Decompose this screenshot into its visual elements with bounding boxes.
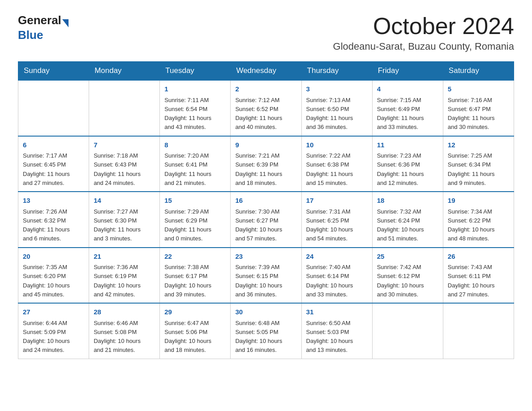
calendar-title: October 2024 <box>333 13 514 39</box>
day-info: Sunrise: 7:16 AMSunset: 6:47 PMDaylight:… <box>448 97 495 131</box>
calendar-cell: 5Sunrise: 7:16 AMSunset: 6:47 PMDaylight… <box>443 80 514 136</box>
calendar-cell: 27Sunrise: 6:44 AMSunset: 5:09 PMDayligh… <box>18 303 89 359</box>
day-number: 20 <box>23 252 84 262</box>
day-number: 9 <box>235 140 296 150</box>
calendar-cell: 2Sunrise: 7:12 AMSunset: 6:52 PMDaylight… <box>231 80 301 136</box>
logo: General Blue <box>18 13 69 42</box>
day-number: 24 <box>306 252 368 262</box>
day-info: Sunrise: 6:47 AMSunset: 5:06 PMDaylight:… <box>164 320 211 354</box>
day-info: Sunrise: 7:38 AMSunset: 6:17 PMDaylight:… <box>164 264 211 298</box>
calendar-cell <box>89 80 160 136</box>
day-info: Sunrise: 7:31 AMSunset: 6:25 PMDaylight:… <box>306 208 353 242</box>
calendar-cell: 20Sunrise: 7:35 AMSunset: 6:20 PMDayligh… <box>18 248 89 304</box>
logo-arrow-icon <box>62 19 69 27</box>
day-info: Sunrise: 7:11 AMSunset: 6:54 PMDaylight:… <box>164 97 211 131</box>
calendar-cell: 25Sunrise: 7:42 AMSunset: 6:12 PMDayligh… <box>372 248 443 304</box>
calendar-cell: 14Sunrise: 7:27 AMSunset: 6:30 PMDayligh… <box>89 192 160 248</box>
day-number: 28 <box>94 307 155 317</box>
calendar-cell: 1Sunrise: 7:11 AMSunset: 6:54 PMDaylight… <box>160 80 231 136</box>
day-number: 31 <box>306 307 368 317</box>
calendar-cell <box>372 303 443 359</box>
calendar-subtitle: Glodeanu-Sarat, Buzau County, Romania <box>333 41 514 52</box>
calendar-week-row: 1Sunrise: 7:11 AMSunset: 6:54 PMDaylight… <box>18 80 514 136</box>
calendar-cell: 18Sunrise: 7:32 AMSunset: 6:24 PMDayligh… <box>372 192 443 248</box>
calendar-cell: 10Sunrise: 7:22 AMSunset: 6:38 PMDayligh… <box>301 136 372 192</box>
day-number: 27 <box>23 307 84 317</box>
day-info: Sunrise: 7:40 AMSunset: 6:14 PMDaylight:… <box>306 264 353 298</box>
day-number: 7 <box>94 140 155 150</box>
day-info: Sunrise: 7:29 AMSunset: 6:29 PMDaylight:… <box>164 208 211 242</box>
calendar-table: SundayMondayTuesdayWednesdayThursdayFrid… <box>18 61 514 359</box>
day-header-tuesday: Tuesday <box>160 62 231 81</box>
logo-blue-text: Blue <box>18 28 69 42</box>
day-info: Sunrise: 7:39 AMSunset: 6:15 PMDaylight:… <box>235 264 282 298</box>
day-info: Sunrise: 6:50 AMSunset: 5:03 PMDaylight:… <box>306 320 353 354</box>
day-header-saturday: Saturday <box>443 62 514 81</box>
calendar-cell: 19Sunrise: 7:34 AMSunset: 6:22 PMDayligh… <box>443 192 514 248</box>
day-info: Sunrise: 7:25 AMSunset: 6:34 PMDaylight:… <box>448 152 495 186</box>
day-number: 25 <box>377 252 438 262</box>
day-info: Sunrise: 7:26 AMSunset: 6:32 PMDaylight:… <box>23 208 70 242</box>
calendar-cell: 31Sunrise: 6:50 AMSunset: 5:03 PMDayligh… <box>301 303 372 359</box>
day-number: 5 <box>448 84 509 94</box>
calendar-cell: 7Sunrise: 7:18 AMSunset: 6:43 PMDaylight… <box>89 136 160 192</box>
calendar-cell: 30Sunrise: 6:48 AMSunset: 5:05 PMDayligh… <box>231 303 301 359</box>
calendar-cell: 12Sunrise: 7:25 AMSunset: 6:34 PMDayligh… <box>443 136 514 192</box>
day-info: Sunrise: 6:44 AMSunset: 5:09 PMDaylight:… <box>23 320 70 354</box>
day-number: 26 <box>448 252 509 262</box>
day-info: Sunrise: 6:46 AMSunset: 5:08 PMDaylight:… <box>94 320 141 354</box>
calendar-cell: 22Sunrise: 7:38 AMSunset: 6:17 PMDayligh… <box>160 248 231 304</box>
calendar-cell <box>18 80 89 136</box>
calendar-cell: 9Sunrise: 7:21 AMSunset: 6:39 PMDaylight… <box>231 136 301 192</box>
calendar-cell: 15Sunrise: 7:29 AMSunset: 6:29 PMDayligh… <box>160 192 231 248</box>
day-info: Sunrise: 7:13 AMSunset: 6:50 PMDaylight:… <box>306 97 353 131</box>
day-header-sunday: Sunday <box>18 62 89 81</box>
calendar-cell: 29Sunrise: 6:47 AMSunset: 5:06 PMDayligh… <box>160 303 231 359</box>
day-number: 22 <box>164 252 226 262</box>
calendar-week-row: 13Sunrise: 7:26 AMSunset: 6:32 PMDayligh… <box>18 192 514 248</box>
day-info: Sunrise: 7:22 AMSunset: 6:38 PMDaylight:… <box>306 152 353 186</box>
day-number: 12 <box>448 140 509 150</box>
day-number: 21 <box>94 252 155 262</box>
day-number: 23 <box>235 252 296 262</box>
day-info: Sunrise: 7:35 AMSunset: 6:20 PMDaylight:… <box>23 264 70 298</box>
calendar-cell: 21Sunrise: 7:36 AMSunset: 6:19 PMDayligh… <box>89 248 160 304</box>
day-header-monday: Monday <box>89 62 160 81</box>
calendar-cell: 8Sunrise: 7:20 AMSunset: 6:41 PMDaylight… <box>160 136 231 192</box>
day-info: Sunrise: 7:21 AMSunset: 6:39 PMDaylight:… <box>235 152 282 186</box>
calendar-cell: 23Sunrise: 7:39 AMSunset: 6:15 PMDayligh… <box>231 248 301 304</box>
calendar-cell: 13Sunrise: 7:26 AMSunset: 6:32 PMDayligh… <box>18 192 89 248</box>
day-number: 13 <box>23 196 84 206</box>
day-info: Sunrise: 7:32 AMSunset: 6:24 PMDaylight:… <box>377 208 424 242</box>
day-number: 8 <box>164 140 226 150</box>
calendar-cell: 4Sunrise: 7:15 AMSunset: 6:49 PMDaylight… <box>372 80 443 136</box>
day-number: 15 <box>164 196 226 206</box>
calendar-cell: 17Sunrise: 7:31 AMSunset: 6:25 PMDayligh… <box>301 192 372 248</box>
logo-general-text: General <box>18 13 61 27</box>
calendar-header-row: SundayMondayTuesdayWednesdayThursdayFrid… <box>18 62 514 81</box>
calendar-cell: 6Sunrise: 7:17 AMSunset: 6:45 PMDaylight… <box>18 136 89 192</box>
day-number: 4 <box>377 84 438 94</box>
day-number: 6 <box>23 140 84 150</box>
calendar-cell <box>443 303 514 359</box>
calendar-cell: 11Sunrise: 7:23 AMSunset: 6:36 PMDayligh… <box>372 136 443 192</box>
day-info: Sunrise: 7:15 AMSunset: 6:49 PMDaylight:… <box>377 97 424 131</box>
calendar-cell: 26Sunrise: 7:43 AMSunset: 6:11 PMDayligh… <box>443 248 514 304</box>
title-area: October 2024 Glodeanu-Sarat, Buzau Count… <box>333 13 514 52</box>
day-header-wednesday: Wednesday <box>231 62 301 81</box>
day-info: Sunrise: 7:34 AMSunset: 6:22 PMDaylight:… <box>448 208 495 242</box>
day-info: Sunrise: 7:23 AMSunset: 6:36 PMDaylight:… <box>377 152 424 186</box>
header: General Blue October 2024 Glodeanu-Sarat… <box>18 13 514 52</box>
day-number: 16 <box>235 196 296 206</box>
day-number: 14 <box>94 196 155 206</box>
day-number: 29 <box>164 307 226 317</box>
calendar-cell: 16Sunrise: 7:30 AMSunset: 6:27 PMDayligh… <box>231 192 301 248</box>
day-info: Sunrise: 7:43 AMSunset: 6:11 PMDaylight:… <box>448 264 495 298</box>
day-number: 1 <box>164 84 226 94</box>
day-number: 19 <box>448 196 509 206</box>
calendar-cell: 24Sunrise: 7:40 AMSunset: 6:14 PMDayligh… <box>301 248 372 304</box>
day-info: Sunrise: 7:20 AMSunset: 6:41 PMDaylight:… <box>164 152 211 186</box>
day-info: Sunrise: 7:36 AMSunset: 6:19 PMDaylight:… <box>94 264 141 298</box>
day-info: Sunrise: 6:48 AMSunset: 5:05 PMDaylight:… <box>235 320 282 354</box>
day-number: 30 <box>235 307 296 317</box>
